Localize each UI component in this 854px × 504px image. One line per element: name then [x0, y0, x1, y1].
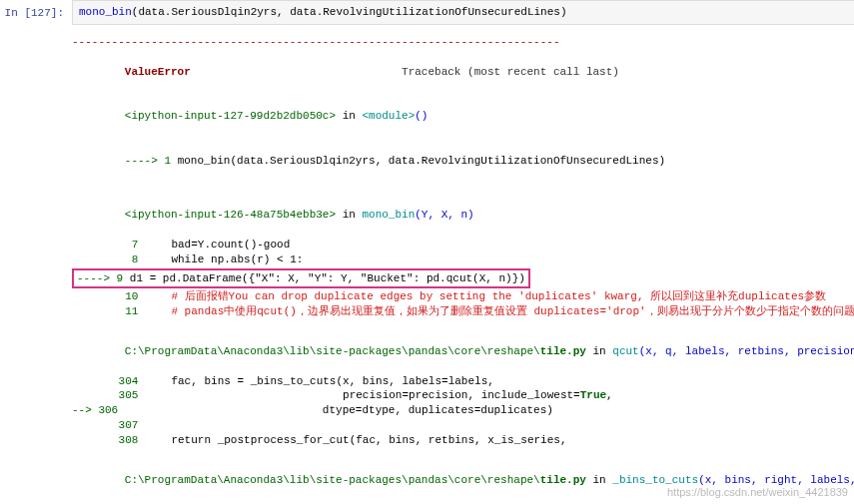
separator: ----------------------------------------…	[72, 35, 854, 50]
frame1-code: mono_bin(data.SeriousDlqin2yrs, data.Rev…	[178, 155, 665, 167]
highlight-line-9: ----> 9 d1 = pd.DataFrame({"X": X, "Y": …	[72, 268, 530, 289]
frame-func: <module>	[362, 110, 415, 122]
fn-call: mono_bin	[79, 6, 132, 18]
traceback-output: ----------------------------------------…	[72, 35, 854, 504]
cell-body: mono_bin(data.SeriousDlqin2yrs, data.Rev…	[68, 0, 854, 504]
frame-loc: <ipython-input-127-99d2b2db050c>	[125, 110, 336, 122]
frame-func: mono_bin	[362, 209, 415, 221]
error-name: ValueError	[125, 66, 191, 78]
input-prompt: In [127]:	[0, 0, 68, 504]
notebook-cell: In [127]: mono_bin(data.SeriousDlqin2yrs…	[0, 0, 854, 504]
comment-cn-1: # 后面报错You can drop duplicate edges by se…	[171, 290, 826, 302]
frame-path: C:\ProgramData\Anaconda3\lib\site-packag…	[125, 345, 540, 357]
arrow-line: ----> 1	[125, 155, 178, 167]
comment-cn-2: # pandas中使用qcut()，边界易出现重复值，如果为了删除重复值设置 d…	[171, 305, 854, 317]
traceback-label: Traceback (most recent call last)	[191, 66, 619, 78]
frame-loc: <ipython-input-126-48a75b4ebb3e>	[125, 209, 336, 221]
code-input[interactable]: mono_bin(data.SeriousDlqin2yrs, data.Rev…	[72, 0, 854, 25]
watermark: https://blog.csdn.net/weixin_4421839	[667, 485, 848, 500]
frame-path: C:\ProgramData\Anaconda3\lib\site-packag…	[125, 474, 540, 486]
call-args: (data.SeriousDlqin2yrs, data.RevolvingUt…	[132, 6, 567, 18]
